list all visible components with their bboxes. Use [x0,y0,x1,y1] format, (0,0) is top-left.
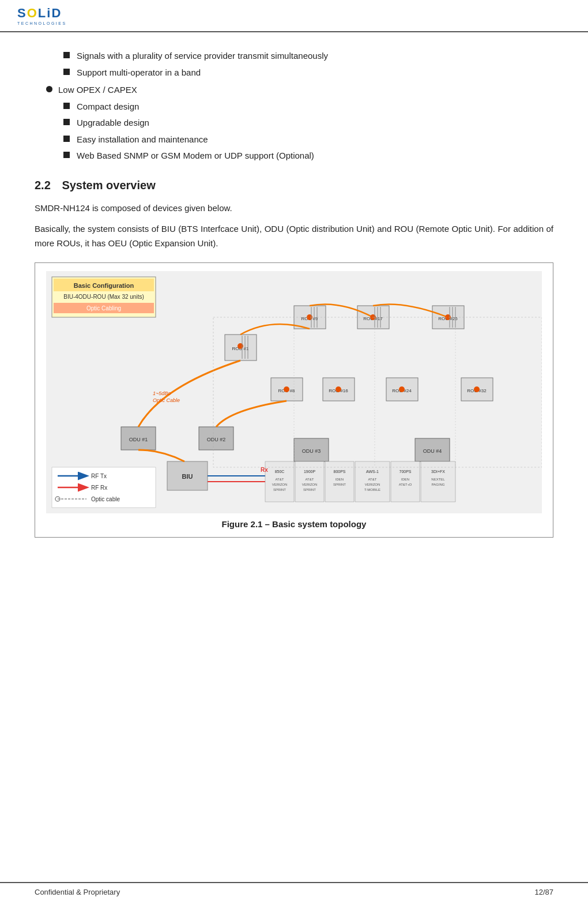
page-footer: Confidential & Proprietary 12/87 [0,882,588,901]
svg-text:RF Rx: RF Rx [91,485,107,491]
bullet-square-icon [63,119,70,125]
svg-text:AT&T+D: AT&T+D [399,483,412,486]
svg-text:SPRINT: SPRINT [273,488,286,491]
svg-text:VERIZON: VERIZON [302,483,318,486]
page-header: SOLiD TECHNOLOGIES [0,0,588,32]
svg-text:1900P: 1900P [304,470,316,474]
svg-text:AWS-1: AWS-1 [366,470,379,474]
svg-text:Basic Configuration: Basic Configuration [74,282,134,289]
list-item: Easy installation and maintenance [63,133,553,147]
svg-text:SPRINT: SPRINT [333,483,346,486]
svg-text:AT&T: AT&T [368,478,377,481]
bullet-square-icon [63,103,70,109]
svg-point-46 [336,386,341,392]
svg-text:Rx: Rx [261,467,268,473]
svg-text:VERIZON: VERIZON [365,483,380,486]
logo-text: SOLiD [17,6,62,21]
svg-text:Optic cable: Optic cable [91,496,120,502]
svg-text:AT&T: AT&T [306,478,314,481]
svg-text:ODU #3: ODU #3 [302,448,321,454]
svg-text:NEXTEL: NEXTEL [431,478,445,481]
bullet-square-icon [63,136,70,142]
svg-text:Optic Cabling: Optic Cabling [86,305,121,311]
svg-text:AT&T: AT&T [276,478,284,481]
list-item: Compact design [63,100,553,114]
svg-text:SPRINT: SPRINT [303,488,316,491]
figure-box: Basic Configuration BIU-4ODU-ROU (Max 32… [35,262,553,538]
svg-rect-57 [325,461,354,502]
svg-text:700PS: 700PS [399,470,411,474]
main-content: Signals with a plurality of service prov… [0,32,588,595]
svg-rect-61 [391,461,420,502]
svg-point-48 [474,386,480,392]
svg-rect-63 [421,461,455,502]
svg-text:3DI+FX: 3DI+FX [431,470,445,474]
svg-text:PAGING: PAGING [432,483,445,486]
figure-caption: Figure 2.1 – Basic system topology [222,519,367,529]
bullet-square-icon [63,152,70,158]
svg-point-45 [284,386,289,392]
svg-text:VERIZON: VERIZON [272,483,288,486]
list-item: Signals with a plurality of service prov… [63,50,553,63]
svg-text:850C: 850C [275,470,285,474]
svg-text:ODU #2: ODU #2 [207,437,226,442]
svg-rect-59 [355,461,390,502]
logo-subtitle: TECHNOLOGIES [17,21,67,25]
footer-right: 12/87 [534,888,553,896]
footer-left: Confidential & Proprietary [35,888,120,896]
svg-rect-53 [265,461,294,502]
bullet-list-top: Signals with a plurality of service prov… [35,50,553,79]
svg-text:BIU: BIU [182,473,193,480]
svg-point-47 [399,386,405,392]
svg-text:800PS: 800PS [333,470,345,474]
list-item: Web Based SNMP or GSM Modem or UDP suppo… [63,149,553,163]
topology-svg: Basic Configuration BIU-4ODU-ROU (Max 32… [46,271,542,513]
logo: SOLiD TECHNOLOGIES [17,6,67,25]
bullet-list-opex: Low OPEX / CAPEX Compact design Upgradab… [35,84,553,163]
svg-text:T-MOBILE: T-MOBILE [364,488,380,491]
paragraph-1: SMDR-NH124 is composed of devices given … [35,201,553,216]
bullet-square-icon [63,52,70,58]
section-heading: 2.2 System overview [35,179,553,192]
svg-text:RF Tx: RF Tx [91,473,107,479]
svg-text:IDEN: IDEN [401,478,409,481]
svg-text:Optic Cable: Optic Cable [153,397,180,403]
svg-text:BIU-4ODU-ROU (Max 32 units): BIU-4ODU-ROU (Max 32 units) [63,294,144,300]
list-item: Support multi-operator in a band [63,66,553,80]
list-item-opex: Low OPEX / CAPEX [46,84,553,97]
svg-text:IDEN: IDEN [336,478,344,481]
paragraph-2: Basically, the system consists of BIU (B… [35,222,553,251]
bullet-square-icon [63,69,70,75]
svg-text:ODU #4: ODU #4 [423,448,442,454]
list-item: Upgradable design [63,117,553,130]
topology-diagram: Basic Configuration BIU-4ODU-ROU (Max 32… [46,271,542,513]
svg-text:ODU #1: ODU #1 [129,437,148,442]
bullet-circle-icon [46,86,52,92]
svg-text:1~5dBo: 1~5dBo [153,391,171,396]
svg-rect-55 [295,461,324,502]
